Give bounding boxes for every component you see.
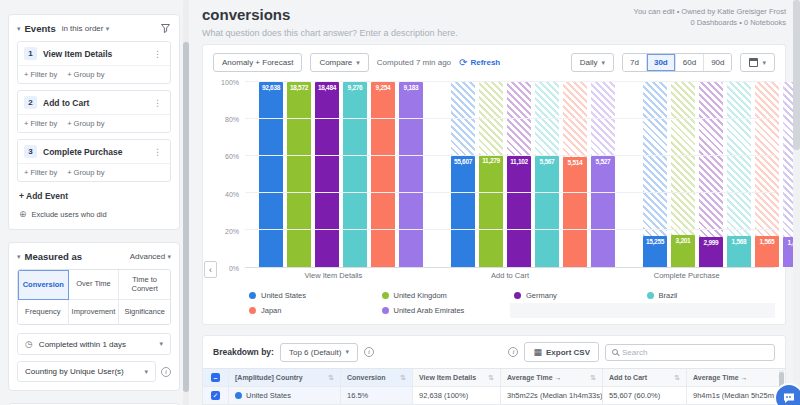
sort-icon[interactable]: ⇅	[400, 374, 406, 382]
compare-dropdown[interactable]: Compare ▾	[310, 53, 368, 72]
chevron-down-icon[interactable]: ▾	[17, 253, 21, 261]
filter-by-button[interactable]: + Filter by	[24, 119, 57, 128]
funnel-bar[interactable]: 1,568	[727, 82, 751, 267]
tab-time-to-convert[interactable]: Time to Convert	[119, 270, 170, 300]
column-header[interactable]: Conversion⇅	[341, 369, 413, 386]
funnel-bar[interactable]: 5,567	[535, 82, 559, 267]
info-icon[interactable]: i	[161, 367, 171, 377]
table-row: ✓United States16.5%92,638 (100%)3h5m22s …	[203, 386, 785, 404]
funnel-bar[interactable]: 92,638	[259, 82, 283, 267]
collapse-panel-button[interactable]: ‹	[204, 261, 217, 278]
funnel-bar[interactable]: 5,527	[591, 82, 615, 267]
funnel-bar[interactable]: 9,183	[399, 82, 423, 267]
export-csv-button[interactable]: ▦ Export CSV	[524, 342, 599, 362]
column-header[interactable]: [Amplitude] Country⇅	[229, 369, 341, 386]
help-chat-button[interactable]	[774, 383, 800, 405]
top6-dropdown[interactable]: Top 6 (Default) ▾	[280, 343, 358, 362]
group-by-button[interactable]: + Group by	[67, 70, 104, 79]
bar-value-label: 5,514	[563, 159, 587, 166]
chevron-down-icon: ▾	[602, 59, 606, 67]
funnel-bar[interactable]: 11,102	[507, 82, 531, 267]
interval-dropdown[interactable]: Daily ▾	[571, 53, 614, 72]
filter-by-button[interactable]: + Filter by	[24, 168, 57, 177]
funnel-bar[interactable]: 5,514	[563, 82, 587, 267]
bar-converted: 3,201	[671, 235, 695, 267]
legend-item[interactable]: Japan	[245, 303, 378, 318]
bar-remainder-hatch	[563, 82, 587, 157]
range-90d[interactable]: 90d	[704, 54, 731, 71]
page-scrollbar[interactable]	[793, 0, 800, 405]
refresh-button[interactable]: ⟳ Refresh	[459, 57, 500, 68]
search-input[interactable]	[622, 348, 768, 357]
bar-value-label: 18,572	[287, 84, 311, 91]
sort-icon[interactable]: ⇅	[674, 374, 680, 382]
funnel-bar[interactable]: 3,201	[671, 82, 695, 267]
row-checkbox[interactable]: ✓	[211, 391, 220, 400]
funnel-bar[interactable]: 9,276	[343, 82, 367, 267]
gridline	[245, 81, 775, 82]
legend-item[interactable]: Brazil	[643, 288, 776, 303]
funnel-bar[interactable]: 9,254	[371, 82, 395, 267]
range-30d[interactable]: 30d	[647, 54, 676, 71]
legend-item[interactable]: United States	[245, 288, 378, 303]
column-header[interactable]: View Item Details⇅	[413, 369, 501, 386]
sort-icon[interactable]: ⇅	[590, 374, 596, 382]
event-row[interactable]: 2Add to Cart⋮	[18, 91, 170, 114]
group-by-button[interactable]: + Group by	[67, 168, 104, 177]
range-7d[interactable]: 7d	[623, 54, 647, 71]
bar-converted: 5,567	[535, 156, 559, 267]
tab-over-time[interactable]: Over Time	[69, 270, 120, 300]
bar-converted: 15,255	[643, 236, 667, 267]
tab-conversion[interactable]: Conversion	[18, 270, 69, 300]
legend-item[interactable]: Germany	[510, 288, 643, 303]
funnel-bar[interactable]: 2,999	[699, 82, 723, 267]
group-by-button[interactable]: + Group by	[67, 119, 104, 128]
bar-value-label: 9,276	[343, 84, 367, 91]
anomaly-forecast-button[interactable]: Anomaly + Forecast	[213, 53, 302, 72]
tab-significance[interactable]: Significance	[119, 300, 170, 324]
legend-item[interactable]: United Kingdom	[378, 288, 511, 303]
funnel-bar[interactable]: 1,565	[755, 82, 779, 267]
filter-by-button[interactable]: + Filter by	[24, 70, 57, 79]
event-row[interactable]: 1View Item Details⋮	[18, 42, 170, 65]
funnel-bar[interactable]: 18,484	[315, 82, 339, 267]
info-icon[interactable]: i	[508, 347, 518, 357]
event-name: Complete Purchase	[43, 147, 145, 157]
sort-icon[interactable]: ⇅	[488, 374, 494, 382]
column-header[interactable]: Average Time →⇅	[501, 369, 603, 386]
funnel-settings-icon[interactable]	[160, 23, 171, 34]
exclude-users-button[interactable]: ⊕ Exclude users who did	[17, 207, 171, 221]
kebab-menu-icon[interactable]: ⋮	[151, 49, 164, 59]
tab-frequency[interactable]: Frequency	[18, 300, 69, 324]
x-axis-label: Add to Cart	[422, 271, 599, 280]
description-placeholder[interactable]: What question does this chart answer? En…	[202, 28, 458, 38]
funnel-bar[interactable]: 11,279	[479, 82, 503, 267]
refresh-icon: ⟳	[459, 57, 467, 68]
sidebar-scrollbar[interactable]	[183, 0, 189, 405]
conversion-window-dropdown[interactable]: ◷ Completed within 1 days ▾	[17, 333, 171, 355]
event-order-dropdown[interactable]: in this order ▾	[62, 24, 110, 33]
bar-value-label: 55,607	[451, 158, 475, 165]
bar-remainder-hatch	[755, 82, 779, 236]
advanced-dropdown[interactable]: Advanced ▾	[130, 252, 171, 261]
add-event-button[interactable]: + Add Event	[17, 188, 171, 207]
counting-by-dropdown[interactable]: Counting by Unique User(s) ▾	[17, 361, 156, 382]
legend-empty-cell	[643, 303, 776, 318]
calendar-button[interactable]: ▾	[740, 53, 775, 72]
kebab-menu-icon[interactable]: ⋮	[151, 98, 164, 108]
funnel-bar[interactable]: 18,572	[287, 82, 311, 267]
funnel-bar[interactable]: 55,607	[451, 82, 475, 267]
sort-icon[interactable]: ⇅	[328, 374, 334, 382]
event-row[interactable]: 3Complete Purchase⋮	[18, 140, 170, 163]
info-icon[interactable]: i	[364, 347, 374, 357]
chevron-down-icon: ▾	[345, 348, 349, 356]
kebab-menu-icon[interactable]: ⋮	[151, 147, 164, 157]
column-header[interactable]: Add to Cart⇅	[603, 369, 687, 386]
column-header[interactable]: Average Time →⇅	[687, 369, 785, 386]
tab-improvement[interactable]: Improvement	[69, 300, 120, 324]
funnel-bar[interactable]: 15,255	[643, 82, 667, 267]
chevron-down-icon[interactable]: ▾	[17, 25, 21, 33]
legend-item[interactable]: United Arab Emirates	[378, 303, 511, 318]
select-all-checkbox[interactable]: –	[211, 373, 220, 382]
range-60d[interactable]: 60d	[676, 54, 704, 71]
